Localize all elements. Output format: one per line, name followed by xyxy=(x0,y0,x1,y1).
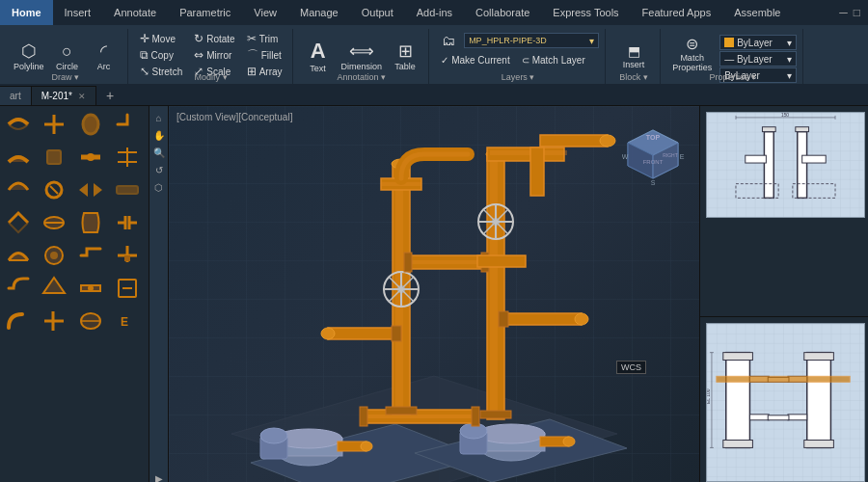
polyline-icon: ⬡ xyxy=(21,42,37,60)
svg-rect-68 xyxy=(499,311,508,327)
view-cube-button[interactable]: ⬡ xyxy=(151,179,167,195)
table-button[interactable]: ⊞ Table xyxy=(388,32,422,82)
tab-annotate[interactable]: Annotate xyxy=(102,0,168,25)
trim-icon: ✂ xyxy=(247,32,257,45)
new-tab-button[interactable]: + xyxy=(96,86,123,105)
array-icon: ⊞ xyxy=(247,65,257,78)
svg-rect-110 xyxy=(788,415,807,420)
view-home-button[interactable]: ⌂ xyxy=(151,110,167,125)
svg-point-25 xyxy=(260,428,287,443)
part-item[interactable] xyxy=(75,239,107,271)
part-item[interactable] xyxy=(39,141,70,173)
mirror-button[interactable]: ⇔ Mirror xyxy=(190,47,238,63)
part-item[interactable] xyxy=(2,206,34,238)
nav-cube[interactable]: TOP FRONT RIGHT S W E xyxy=(622,125,680,183)
tab-manage[interactable]: Manage xyxy=(288,0,350,25)
svg-rect-106 xyxy=(807,353,831,448)
linetype-dropdown[interactable]: — ByLayer ▾ xyxy=(719,51,797,67)
svg-point-0 xyxy=(83,115,98,134)
move-button[interactable]: ✛ Move xyxy=(136,31,187,46)
svg-text:RIGHT: RIGHT xyxy=(663,152,678,158)
fillet-button[interactable]: ⌒ Fillet xyxy=(243,47,286,63)
part-item[interactable] xyxy=(75,141,107,173)
part-item[interactable] xyxy=(75,174,107,205)
text-button[interactable]: A Text xyxy=(301,32,336,82)
pan-button[interactable]: ✋ xyxy=(151,127,167,143)
part-item[interactable] xyxy=(39,174,70,205)
zoom-button[interactable]: 🔍 xyxy=(151,145,167,160)
make-current-button[interactable]: ✓ Make Current xyxy=(437,52,514,67)
trim-button[interactable]: ✂ Trim xyxy=(243,31,286,46)
stretch-button[interactable]: ⤡ Stretch xyxy=(136,64,187,79)
rotate-button[interactable]: ↻ Rotate xyxy=(190,31,238,46)
part-item[interactable] xyxy=(111,272,143,304)
part-item[interactable]: E xyxy=(111,305,143,336)
circle-icon: ○ xyxy=(62,42,72,60)
main-viewport[interactable]: [Custom View][Conceptual] xyxy=(169,106,699,482)
mini-toolbar: ⌂ ✋ 🔍 ↺ ⬡ ▶ xyxy=(149,106,169,482)
part-item[interactable] xyxy=(75,206,107,238)
part-item[interactable] xyxy=(2,272,34,304)
tab-addins[interactable]: Add-ins xyxy=(405,0,464,25)
color-dropdown[interactable]: ByLayer ▾ xyxy=(719,35,797,50)
tab-collaborate[interactable]: Collaborate xyxy=(464,0,541,25)
part-item[interactable] xyxy=(75,108,107,140)
svg-text:S: S xyxy=(651,179,656,186)
tab-assemble[interactable]: Assemble xyxy=(722,0,792,25)
part-item[interactable] xyxy=(39,239,70,271)
part-item[interactable] xyxy=(2,239,34,271)
svg-rect-5 xyxy=(117,186,138,194)
part-item[interactable] xyxy=(2,141,34,173)
part-item[interactable] xyxy=(2,174,34,205)
part-item[interactable] xyxy=(39,272,70,304)
part-item[interactable] xyxy=(111,141,143,173)
toggle-panel-button[interactable]: ▶ xyxy=(151,470,167,482)
part-item[interactable] xyxy=(2,108,34,140)
tab-output[interactable]: Output xyxy=(350,0,405,25)
part-item[interactable] xyxy=(2,305,34,336)
doc-tab-art[interactable]: art xyxy=(0,86,32,105)
minimize-icon[interactable]: ─ xyxy=(839,6,848,19)
polyline-button[interactable]: ⬡ Polyline xyxy=(10,32,48,82)
part-item[interactable] xyxy=(111,108,143,140)
array-button[interactable]: ⊞ Array xyxy=(243,64,286,79)
parts-panel: E xyxy=(0,106,149,482)
tab-featuredapps[interactable]: Featured Apps xyxy=(631,0,723,25)
text-icon: A xyxy=(311,40,326,62)
part-item[interactable] xyxy=(39,305,70,336)
move-icon: ✛ xyxy=(140,32,149,45)
doc-tab-m201[interactable]: M-201* ✕ xyxy=(32,86,96,105)
svg-rect-36 xyxy=(365,415,475,418)
part-item[interactable] xyxy=(75,272,107,304)
tab-home[interactable]: Home xyxy=(0,0,53,25)
layer-dropdown[interactable]: MP_HPLR-PIPE-3D ▾ xyxy=(464,33,599,48)
svg-text:W: W xyxy=(622,153,629,160)
tab-view[interactable]: View xyxy=(242,0,288,25)
linetype-dropdown-arrow: ▾ xyxy=(787,54,792,65)
part-item[interactable] xyxy=(75,305,107,336)
ribbon-group-draw: ⬡ Polyline ○ Circle ◜ Arc Draw ▾ xyxy=(4,29,128,84)
part-item[interactable] xyxy=(111,174,143,205)
svg-rect-74 xyxy=(530,147,544,196)
tab-expresstools[interactable]: Express Tools xyxy=(541,0,630,25)
arc-button[interactable]: ◜ Arc xyxy=(87,32,122,82)
part-item[interactable] xyxy=(39,108,70,140)
tab-parametric[interactable]: Parametric xyxy=(168,0,242,25)
part-item[interactable] xyxy=(39,206,70,238)
part-item[interactable] xyxy=(111,239,143,271)
right-panel: 150 xyxy=(699,106,868,482)
layer-properties-button[interactable]: 🗂 xyxy=(437,31,460,50)
orbit-button[interactable]: ↺ xyxy=(151,162,167,177)
copy-button[interactable]: ⧉ Copy xyxy=(136,47,187,63)
tab-bar: Home Insert Annotate Parametric View Man… xyxy=(0,0,868,25)
wcs-label: WCS xyxy=(616,361,646,374)
match-layer-button[interactable]: ⊂ Match Layer xyxy=(518,52,589,67)
close-doc-tab[interactable]: ✕ xyxy=(78,92,86,101)
svg-rect-1 xyxy=(47,150,61,164)
svg-point-34 xyxy=(563,437,575,446)
tab-insert[interactable]: Insert xyxy=(53,0,103,25)
svg-rect-73 xyxy=(490,150,567,155)
part-item[interactable] xyxy=(111,206,143,238)
match-properties-button[interactable]: ⊜ MatchProperties xyxy=(668,31,716,76)
expand-icon[interactable]: □ xyxy=(854,6,860,19)
